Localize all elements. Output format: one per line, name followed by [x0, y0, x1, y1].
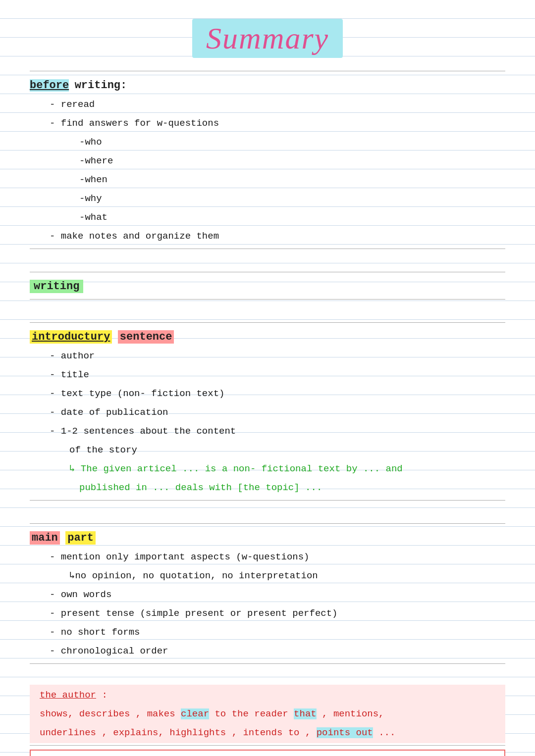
section-divider-6 [30, 523, 505, 524]
main-part-header: main part [30, 529, 505, 548]
item-present-tense: - present tense (simple present or prese… [30, 604, 505, 623]
item-no-short-forms: - no short forms [30, 623, 505, 642]
item-template-sentence-2: published in ... deals with [the topic] … [30, 478, 505, 497]
section-divider-3 [30, 299, 505, 300]
words-phrases-box: words / phrases: - The action takes plac… [30, 750, 505, 756]
item-own-words: - own words [30, 585, 505, 604]
item-title: - title [30, 365, 505, 384]
main-part-section: main part - mention only important aspec… [30, 526, 505, 661]
item-template-sentence-1: ↳ The given articel ... is a non- fictio… [30, 459, 505, 478]
author-line-1: shows, describes , makes clear to the re… [30, 705, 505, 723]
section-divider-7 [30, 663, 505, 664]
item-chronological: - chronological order [30, 642, 505, 660]
item-what: -what [30, 208, 505, 227]
before-writing-section: before writing: - reread - find answers … [30, 73, 505, 247]
item-mention-aspects: - mention only important aspects (w-ques… [30, 548, 505, 566]
item-why: -why [30, 189, 505, 208]
writing-header: writing [30, 277, 505, 296]
item-where: -where [30, 151, 505, 170]
section-divider-2 [30, 272, 505, 272]
introductory-header: introductury sentence [30, 328, 505, 347]
section-divider-4 [30, 322, 505, 323]
item-when: -when [30, 170, 505, 189]
item-no-opinion: ↳no opinion, no quotation, no interpreta… [30, 566, 505, 585]
section-divider-8 [30, 745, 505, 746]
item-make-notes: - make notes and organize them [30, 227, 505, 246]
item-sentences-content: - 1-2 sentences about the content [30, 422, 505, 441]
item-of-story: of the story [30, 441, 505, 459]
page-title: Summary [192, 19, 343, 58]
author-section: the author : shows, describes , makes cl… [30, 685, 505, 743]
section-divider-5 [30, 500, 505, 501]
before-writing-header: before writing: [30, 76, 505, 95]
item-date-publication: - date of publication [30, 403, 505, 422]
author-header: the author : [30, 686, 505, 705]
author-line-2: underlines , explains, highlights , inte… [30, 723, 505, 742]
title-area: Summary [30, 10, 505, 67]
section-divider-1 [30, 249, 505, 249]
item-text-type: - text type (non- fiction text) [30, 384, 505, 403]
page: Summary before writing: - reread - find … [0, 0, 535, 756]
item-author: - author [30, 347, 505, 365]
title-divider [30, 71, 505, 71]
writing-section: writing [30, 274, 505, 297]
introductory-section: introductury sentence - author - title -… [30, 325, 505, 498]
item-who: -who [30, 133, 505, 151]
item-reread: - reread [30, 95, 505, 114]
item-find-answers: - find answers for w-questions [30, 114, 505, 133]
